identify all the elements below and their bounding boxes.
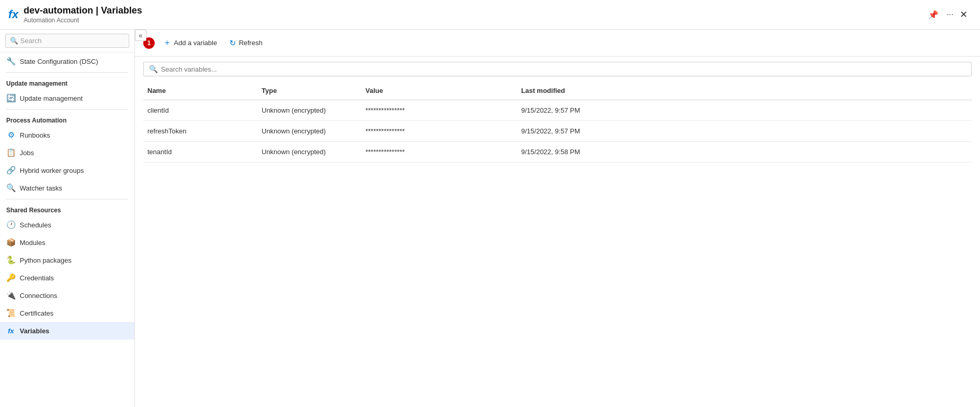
cell-value: *************** (361, 142, 517, 162)
sidebar-section-shared-resources: Shared Resources 🕐 Schedules 📦 Modules 🐍… (0, 201, 134, 340)
table-row[interactable]: clientId Unknown (encrypted) ***********… (143, 100, 972, 121)
jobs-icon: 📋 (6, 148, 16, 157)
cell-name: refreshToken (143, 121, 257, 142)
refresh-button[interactable]: ↻ Refresh (225, 36, 267, 50)
sidebar-item-modules[interactable]: 📦 Modules (0, 234, 134, 251)
update-management-icon: 🔄 (6, 93, 16, 103)
main-content: 1 ＋ Add a variable ↻ Refresh 🔍 (135, 30, 980, 407)
connections-icon: 🔌 (6, 291, 16, 300)
sidebar-item-label: Update management (20, 94, 83, 102)
sidebar-item-watcher-tasks[interactable]: 🔍 Watcher tasks (0, 179, 134, 197)
table-row[interactable]: tenantId Unknown (encrypted) ***********… (143, 142, 972, 162)
sidebar-search-box[interactable]: 🔍 Search (5, 34, 129, 48)
more-button[interactable]: ··· (945, 8, 956, 21)
sidebar-item-label: Variables (20, 327, 49, 335)
column-header-modified: Last modified (517, 82, 972, 100)
section-label-update-management: Update management (0, 75, 134, 89)
sidebar-item-label: Runbooks (20, 131, 50, 139)
cell-name: clientId (143, 100, 257, 121)
cell-type: Unknown (encrypted) (257, 100, 361, 121)
sidebar-item-label: Certificates (20, 309, 53, 317)
sidebar-item-certificates[interactable]: 📜 Certificates (0, 304, 134, 322)
sidebar-item-credentials[interactable]: 🔑 Credentials (0, 269, 134, 287)
section-label-process-automation: Process Automation (0, 112, 134, 126)
cell-modified: 9/15/2022, 9:57 PM (517, 100, 972, 121)
pin-button[interactable]: 📌 (926, 8, 941, 22)
add-variable-icon: ＋ (163, 37, 171, 48)
column-header-value: Value (361, 82, 517, 100)
sidebar-search-placeholder: Search (20, 37, 42, 45)
sidebar-item-label: Schedules (20, 221, 51, 229)
sidebar-item-label: Hybrid worker groups (20, 167, 84, 174)
section-label-shared-resources: Shared Resources (0, 201, 134, 216)
sidebar-item-label: Watcher tasks (20, 184, 62, 192)
cell-value: *************** (361, 100, 517, 121)
python-packages-icon: 🐍 (6, 255, 16, 265)
app-header: fx dev-automation | Variables Automation… (0, 0, 980, 30)
search-icon: 🔍 (10, 37, 18, 45)
certificates-icon: 📜 (6, 308, 16, 318)
table-row[interactable]: refreshToken Unknown (encrypted) *******… (143, 121, 972, 142)
cell-modified: 9/15/2022, 9:58 PM (517, 142, 972, 162)
page-subtitle: Automation Account (24, 17, 920, 24)
credentials-icon: 🔑 (6, 273, 16, 282)
sidebar-search-container: 🔍 Search (0, 30, 134, 52)
cell-value: *************** (361, 121, 517, 142)
sidebar-item-hybrid-worker-groups[interactable]: 🔗 Hybrid worker groups (0, 161, 134, 179)
sidebar-item-state-config[interactable]: 🔧 State Configuration (DSC) (0, 52, 134, 70)
sidebar-item-python-packages[interactable]: 🐍 Python packages (0, 251, 134, 269)
sidebar-item-label: Jobs (20, 149, 34, 157)
sidebar-item-variables[interactable]: fx Variables (0, 322, 134, 340)
refresh-icon: ↻ (229, 38, 236, 48)
sidebar-item-label: State Configuration (DSC) (20, 58, 98, 65)
schedules-icon: 🕐 (6, 220, 16, 229)
app-icon: fx (8, 8, 19, 21)
variables-search-icon: 🔍 (149, 65, 158, 73)
sidebar-collapse-button[interactable]: « (135, 30, 146, 41)
sidebar: 🔍 Search 🔧 State Configuration (DSC) Upd… (0, 30, 135, 407)
column-header-type: Type (257, 82, 361, 100)
watcher-tasks-icon: 🔍 (6, 183, 16, 193)
add-variable-button[interactable]: ＋ Add a variable (159, 35, 221, 51)
cell-modified: 9/15/2022, 9:57 PM (517, 121, 972, 142)
toolbar: 1 ＋ Add a variable ↻ Refresh (135, 30, 980, 57)
state-config-icon: 🔧 (6, 57, 16, 66)
close-button[interactable]: ✕ (956, 7, 972, 22)
search-bar[interactable]: 🔍 (143, 62, 972, 76)
table-header-row: Name Type Value Last modified (143, 82, 972, 100)
sidebar-item-label: Credentials (20, 274, 54, 282)
hybrid-worker-icon: 🔗 (6, 166, 16, 175)
runbooks-icon: ⚙ (6, 130, 16, 140)
sidebar-item-runbooks[interactable]: ⚙ Runbooks (0, 126, 134, 144)
sidebar-section-update-management: Update management 🔄 Update management (0, 75, 134, 112)
variables-table: Name Type Value Last modified clientId U… (143, 82, 972, 162)
header-actions: 📌 ··· (926, 8, 956, 22)
sidebar-item-schedules[interactable]: 🕐 Schedules (0, 216, 134, 234)
search-bar-container: 🔍 (135, 57, 980, 82)
column-header-name: Name (143, 82, 257, 100)
sidebar-item-update-management[interactable]: 🔄 Update management (0, 89, 134, 107)
refresh-label: Refresh (239, 39, 263, 47)
sidebar-item-label: Connections (20, 292, 57, 300)
page-title: dev-automation | Variables (24, 5, 920, 16)
cell-name: tenantId (143, 142, 257, 162)
header-title-block: dev-automation | Variables Automation Ac… (24, 5, 920, 24)
variables-table-container: Name Type Value Last modified clientId U… (135, 82, 980, 407)
sidebar-item-label: Modules (20, 239, 45, 247)
sidebar-section-process-automation: Process Automation ⚙ Runbooks 📋 Jobs 🔗 H… (0, 112, 134, 201)
sidebar-item-jobs[interactable]: 📋 Jobs (0, 144, 134, 161)
cell-type: Unknown (encrypted) (257, 142, 361, 162)
variables-search-input[interactable] (161, 65, 966, 73)
add-variable-label: Add a variable (174, 39, 217, 47)
cell-type: Unknown (encrypted) (257, 121, 361, 142)
sidebar-item-connections[interactable]: 🔌 Connections (0, 287, 134, 304)
modules-icon: 📦 (6, 238, 16, 247)
sidebar-section-pre: 🔧 State Configuration (DSC) (0, 52, 134, 75)
variables-icon: fx (6, 326, 16, 335)
sidebar-item-label: Python packages (20, 256, 72, 264)
